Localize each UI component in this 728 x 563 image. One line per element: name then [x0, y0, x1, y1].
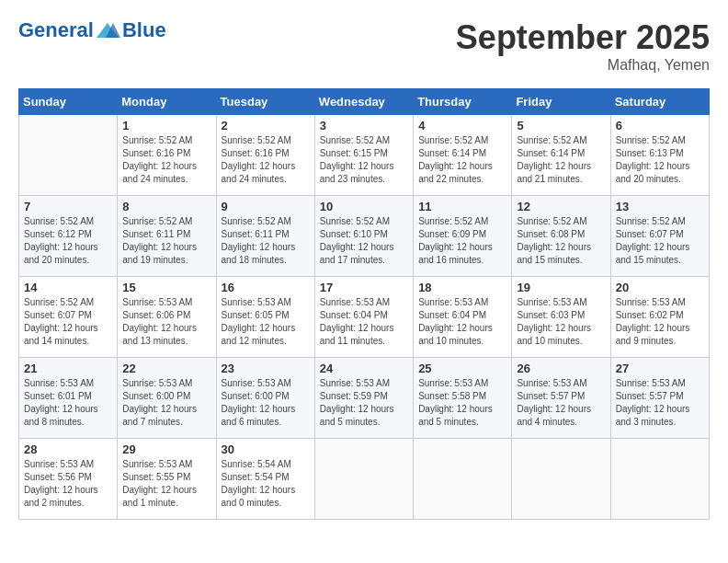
day-cell: 16Sunrise: 5:53 AM Sunset: 6:05 PM Dayli…: [216, 277, 314, 358]
day-cell: 3Sunrise: 5:52 AM Sunset: 6:15 PM Daylig…: [314, 115, 413, 196]
day-cell: 8Sunrise: 5:52 AM Sunset: 6:11 PM Daylig…: [118, 196, 216, 277]
day-number: 4: [418, 119, 506, 132]
day-number: 22: [122, 362, 210, 375]
header-wednesday: Wednesday: [314, 89, 413, 115]
day-cell: 22Sunrise: 5:53 AM Sunset: 6:00 PM Dayli…: [118, 358, 216, 439]
day-number: 24: [320, 362, 408, 375]
calendar-header: SundayMondayTuesdayWednesdayThursdayFrid…: [19, 89, 710, 115]
day-cell: 12Sunrise: 5:52 AM Sunset: 6:08 PM Dayli…: [512, 196, 610, 277]
location: Mafhaq, Yemen: [456, 57, 710, 74]
day-info: Sunrise: 5:52 AM Sunset: 6:16 PM Dayligh…: [222, 134, 310, 186]
day-number: 1: [122, 119, 210, 132]
day-info: Sunrise: 5:53 AM Sunset: 6:00 PM Dayligh…: [222, 377, 310, 429]
day-info: Sunrise: 5:52 AM Sunset: 6:15 PM Dayligh…: [320, 134, 408, 186]
day-cell: 27Sunrise: 5:53 AM Sunset: 5:57 PM Dayli…: [610, 358, 709, 439]
day-number: 21: [24, 362, 112, 375]
day-info: Sunrise: 5:52 AM Sunset: 6:13 PM Dayligh…: [616, 134, 704, 186]
day-cell: 28Sunrise: 5:53 AM Sunset: 5:56 PM Dayli…: [19, 439, 118, 520]
day-number: 8: [122, 200, 210, 213]
week-row-1: 1Sunrise: 5:52 AM Sunset: 6:16 PM Daylig…: [19, 115, 710, 196]
day-number: 14: [24, 281, 112, 294]
day-cell: 2Sunrise: 5:52 AM Sunset: 6:16 PM Daylig…: [216, 115, 314, 196]
day-info: Sunrise: 5:53 AM Sunset: 6:03 PM Dayligh…: [517, 296, 605, 348]
day-number: 19: [517, 281, 605, 294]
calendar-table: SundayMondayTuesdayWednesdayThursdayFrid…: [18, 88, 710, 520]
day-number: 15: [122, 281, 210, 294]
day-number: 9: [222, 200, 310, 213]
day-cell: 17Sunrise: 5:53 AM Sunset: 6:04 PM Dayli…: [314, 277, 413, 358]
day-cell: 26Sunrise: 5:53 AM Sunset: 5:57 PM Dayli…: [512, 358, 610, 439]
day-info: Sunrise: 5:53 AM Sunset: 5:57 PM Dayligh…: [616, 377, 704, 429]
day-info: Sunrise: 5:53 AM Sunset: 6:00 PM Dayligh…: [122, 377, 210, 429]
day-info: Sunrise: 5:52 AM Sunset: 6:14 PM Dayligh…: [418, 134, 506, 186]
day-number: 13: [616, 200, 704, 213]
day-number: 16: [222, 281, 310, 294]
day-cell: 23Sunrise: 5:53 AM Sunset: 6:00 PM Dayli…: [216, 358, 314, 439]
day-info: Sunrise: 5:53 AM Sunset: 5:59 PM Dayligh…: [320, 377, 408, 429]
day-info: Sunrise: 5:52 AM Sunset: 6:10 PM Dayligh…: [320, 215, 408, 267]
day-cell: 4Sunrise: 5:52 AM Sunset: 6:14 PM Daylig…: [414, 115, 512, 196]
day-info: Sunrise: 5:52 AM Sunset: 6:12 PM Dayligh…: [24, 215, 112, 267]
title-block: September 2025 Mafhaq, Yemen: [456, 18, 710, 74]
month-title: September 2025: [456, 18, 710, 57]
day-cell: 20Sunrise: 5:53 AM Sunset: 6:02 PM Dayli…: [610, 277, 709, 358]
day-number: 29: [122, 442, 210, 456]
day-info: Sunrise: 5:52 AM Sunset: 6:11 PM Dayligh…: [222, 215, 310, 267]
day-cell: 10Sunrise: 5:52 AM Sunset: 6:10 PM Dayli…: [314, 196, 413, 277]
day-cell: 30Sunrise: 5:54 AM Sunset: 5:54 PM Dayli…: [216, 439, 314, 520]
day-number: 20: [616, 281, 704, 294]
day-cell: [314, 439, 413, 520]
day-info: Sunrise: 5:52 AM Sunset: 6:14 PM Dayligh…: [517, 134, 605, 186]
day-cell: [512, 439, 610, 520]
day-number: 12: [517, 200, 605, 213]
day-number: 11: [418, 200, 506, 213]
day-number: 3: [320, 119, 408, 132]
page-header: General Blue September 2025 Mafhaq, Yeme…: [18, 18, 710, 74]
day-info: Sunrise: 5:53 AM Sunset: 6:01 PM Dayligh…: [24, 377, 112, 429]
day-cell: 9Sunrise: 5:52 AM Sunset: 6:11 PM Daylig…: [216, 196, 314, 277]
day-number: 25: [418, 362, 506, 375]
day-number: 23: [222, 362, 310, 375]
day-info: Sunrise: 5:52 AM Sunset: 6:07 PM Dayligh…: [24, 296, 112, 348]
day-cell: 7Sunrise: 5:52 AM Sunset: 6:12 PM Daylig…: [19, 196, 118, 277]
day-info: Sunrise: 5:53 AM Sunset: 5:58 PM Dayligh…: [418, 377, 506, 429]
day-info: Sunrise: 5:54 AM Sunset: 5:54 PM Dayligh…: [222, 458, 310, 510]
day-info: Sunrise: 5:52 AM Sunset: 6:16 PM Dayligh…: [122, 134, 210, 186]
day-info: Sunrise: 5:52 AM Sunset: 6:09 PM Dayligh…: [418, 215, 506, 267]
day-cell: [610, 439, 709, 520]
header-friday: Friday: [512, 89, 610, 115]
day-number: 18: [418, 281, 506, 294]
day-cell: 5Sunrise: 5:52 AM Sunset: 6:14 PM Daylig…: [512, 115, 610, 196]
header-thursday: Thursday: [414, 89, 512, 115]
day-number: 2: [222, 119, 310, 132]
header-sunday: Sunday: [19, 89, 118, 115]
day-number: 6: [616, 119, 704, 132]
day-number: 7: [24, 200, 112, 213]
day-info: Sunrise: 5:53 AM Sunset: 6:04 PM Dayligh…: [418, 296, 506, 348]
day-cell: 25Sunrise: 5:53 AM Sunset: 5:58 PM Dayli…: [414, 358, 512, 439]
header-saturday: Saturday: [610, 89, 709, 115]
day-cell: [19, 115, 118, 196]
day-cell: 13Sunrise: 5:52 AM Sunset: 6:07 PM Dayli…: [610, 196, 709, 277]
day-number: 5: [517, 119, 605, 132]
day-cell: 24Sunrise: 5:53 AM Sunset: 5:59 PM Dayli…: [314, 358, 413, 439]
day-info: Sunrise: 5:52 AM Sunset: 6:07 PM Dayligh…: [616, 215, 704, 267]
day-number: 26: [517, 362, 605, 375]
week-row-5: 28Sunrise: 5:53 AM Sunset: 5:56 PM Dayli…: [19, 439, 710, 520]
day-cell: 18Sunrise: 5:53 AM Sunset: 6:04 PM Dayli…: [414, 277, 512, 358]
day-number: 30: [222, 442, 310, 456]
day-info: Sunrise: 5:53 AM Sunset: 5:56 PM Dayligh…: [24, 458, 112, 510]
day-cell: 15Sunrise: 5:53 AM Sunset: 6:06 PM Dayli…: [118, 277, 216, 358]
logo-icon: [95, 21, 120, 41]
day-info: Sunrise: 5:53 AM Sunset: 6:02 PM Dayligh…: [616, 296, 704, 348]
day-cell: 1Sunrise: 5:52 AM Sunset: 6:16 PM Daylig…: [118, 115, 216, 196]
day-number: 27: [616, 362, 704, 375]
day-info: Sunrise: 5:52 AM Sunset: 6:11 PM Dayligh…: [122, 215, 210, 267]
week-row-3: 14Sunrise: 5:52 AM Sunset: 6:07 PM Dayli…: [19, 277, 710, 358]
day-info: Sunrise: 5:53 AM Sunset: 6:06 PM Dayligh…: [122, 296, 210, 348]
day-cell: 14Sunrise: 5:52 AM Sunset: 6:07 PM Dayli…: [19, 277, 118, 358]
week-row-2: 7Sunrise: 5:52 AM Sunset: 6:12 PM Daylig…: [19, 196, 710, 277]
day-info: Sunrise: 5:52 AM Sunset: 6:08 PM Dayligh…: [517, 215, 605, 267]
day-info: Sunrise: 5:53 AM Sunset: 6:05 PM Dayligh…: [222, 296, 310, 348]
day-cell: 6Sunrise: 5:52 AM Sunset: 6:13 PM Daylig…: [610, 115, 709, 196]
